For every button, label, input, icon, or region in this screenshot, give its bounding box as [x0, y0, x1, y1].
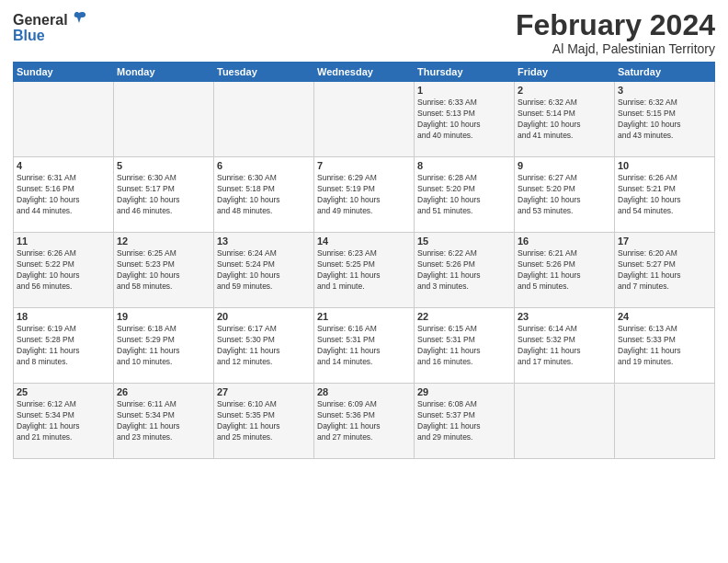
calendar-week-3: 11Sunrise: 6:26 AM Sunset: 5:22 PM Dayli…	[14, 233, 715, 308]
calendar-cell: 5Sunrise: 6:30 AM Sunset: 5:17 PM Daylig…	[114, 157, 214, 233]
calendar-cell: 4Sunrise: 6:31 AM Sunset: 5:16 PM Daylig…	[14, 157, 114, 233]
calendar-cell	[515, 384, 615, 459]
calendar-cell: 7Sunrise: 6:29 AM Sunset: 5:19 PM Daylig…	[314, 157, 415, 233]
day-info: Sunrise: 6:32 AM Sunset: 5:14 PM Dayligh…	[518, 98, 611, 142]
day-info: Sunrise: 6:26 AM Sunset: 5:22 PM Dayligh…	[17, 248, 110, 293]
day-number: 19	[117, 311, 210, 322]
day-number: 29	[417, 386, 511, 397]
calendar-cell: 29Sunrise: 6:08 AM Sunset: 5:37 PM Dayli…	[415, 384, 515, 459]
day-number: 1	[417, 85, 511, 96]
header-cell-saturday: Saturday	[615, 63, 715, 82]
calendar-cell: 14Sunrise: 6:23 AM Sunset: 5:25 PM Dayli…	[314, 233, 415, 308]
day-number: 27	[217, 386, 311, 397]
day-info: Sunrise: 6:08 AM Sunset: 5:37 PM Dayligh…	[417, 399, 511, 443]
day-number: 5	[117, 160, 210, 171]
day-number: 12	[117, 236, 210, 247]
calendar-cell: 25Sunrise: 6:12 AM Sunset: 5:34 PM Dayli…	[14, 384, 114, 459]
day-number: 2	[518, 85, 611, 96]
day-info: Sunrise: 6:10 AM Sunset: 5:35 PM Dayligh…	[217, 399, 311, 443]
day-info: Sunrise: 6:20 AM Sunset: 5:27 PM Dayligh…	[618, 248, 711, 293]
header-cell-friday: Friday	[515, 63, 615, 82]
header-cell-thursday: Thursday	[415, 63, 515, 82]
logo-blue: Blue	[13, 28, 45, 44]
month-year-title: February 2024	[516, 9, 715, 41]
day-number: 28	[317, 386, 411, 397]
calendar-cell	[615, 384, 715, 459]
day-info: Sunrise: 6:30 AM Sunset: 5:18 PM Dayligh…	[217, 173, 311, 217]
day-number: 9	[518, 160, 611, 171]
calendar-cell: 2Sunrise: 6:32 AM Sunset: 5:14 PM Daylig…	[515, 82, 615, 157]
day-number: 4	[17, 160, 110, 171]
day-number: 8	[417, 160, 511, 171]
calendar-cell: 10Sunrise: 6:26 AM Sunset: 5:21 PM Dayli…	[615, 157, 715, 233]
day-number: 15	[417, 236, 511, 247]
calendar-cell: 1Sunrise: 6:33 AM Sunset: 5:13 PM Daylig…	[415, 82, 515, 157]
calendar-cell	[114, 82, 214, 157]
day-info: Sunrise: 6:15 AM Sunset: 5:31 PM Dayligh…	[417, 324, 511, 368]
day-info: Sunrise: 6:23 AM Sunset: 5:25 PM Dayligh…	[317, 248, 411, 293]
calendar-cell: 27Sunrise: 6:10 AM Sunset: 5:35 PM Dayli…	[214, 384, 314, 459]
day-number: 7	[317, 160, 411, 171]
day-info: Sunrise: 6:24 AM Sunset: 5:24 PM Dayligh…	[217, 248, 311, 293]
day-number: 22	[417, 311, 511, 322]
day-number: 10	[618, 160, 711, 171]
day-number: 13	[217, 236, 311, 247]
header-cell-wednesday: Wednesday	[314, 63, 415, 82]
day-info: Sunrise: 6:27 AM Sunset: 5:20 PM Dayligh…	[518, 173, 611, 217]
calendar-cell: 12Sunrise: 6:25 AM Sunset: 5:23 PM Dayli…	[114, 233, 214, 308]
logo-bird-icon	[70, 9, 88, 31]
day-number: 21	[317, 311, 411, 322]
calendar-cell: 28Sunrise: 6:09 AM Sunset: 5:36 PM Dayli…	[314, 384, 415, 459]
day-number: 18	[17, 311, 110, 322]
calendar-cell: 20Sunrise: 6:17 AM Sunset: 5:30 PM Dayli…	[214, 308, 314, 384]
day-info: Sunrise: 6:33 AM Sunset: 5:13 PM Dayligh…	[417, 98, 511, 142]
calendar-cell: 9Sunrise: 6:27 AM Sunset: 5:20 PM Daylig…	[515, 157, 615, 233]
day-info: Sunrise: 6:21 AM Sunset: 5:26 PM Dayligh…	[518, 248, 611, 293]
day-info: Sunrise: 6:25 AM Sunset: 5:23 PM Dayligh…	[117, 248, 210, 293]
day-info: Sunrise: 6:28 AM Sunset: 5:20 PM Dayligh…	[417, 173, 511, 217]
day-info: Sunrise: 6:32 AM Sunset: 5:15 PM Dayligh…	[618, 98, 711, 142]
day-number: 17	[618, 236, 711, 247]
calendar-cell: 22Sunrise: 6:15 AM Sunset: 5:31 PM Dayli…	[415, 308, 515, 384]
day-info: Sunrise: 6:14 AM Sunset: 5:32 PM Dayligh…	[518, 324, 611, 368]
calendar-cell: 21Sunrise: 6:16 AM Sunset: 5:31 PM Dayli…	[314, 308, 415, 384]
day-number: 24	[618, 311, 711, 322]
calendar-week-2: 4Sunrise: 6:31 AM Sunset: 5:16 PM Daylig…	[14, 157, 715, 233]
day-number: 26	[117, 386, 210, 397]
calendar-cell: 19Sunrise: 6:18 AM Sunset: 5:29 PM Dayli…	[114, 308, 214, 384]
calendar-cell: 24Sunrise: 6:13 AM Sunset: 5:33 PM Dayli…	[615, 308, 715, 384]
day-number: 20	[217, 311, 311, 322]
day-info: Sunrise: 6:11 AM Sunset: 5:34 PM Dayligh…	[117, 399, 210, 443]
day-number: 14	[317, 236, 411, 247]
calendar-table: SundayMondayTuesdayWednesdayThursdayFrid…	[13, 62, 715, 459]
calendar-cell: 17Sunrise: 6:20 AM Sunset: 5:27 PM Dayli…	[615, 233, 715, 308]
day-info: Sunrise: 6:26 AM Sunset: 5:21 PM Dayligh…	[618, 173, 711, 217]
day-number: 11	[17, 236, 110, 247]
calendar-cell: 3Sunrise: 6:32 AM Sunset: 5:15 PM Daylig…	[615, 82, 715, 157]
day-info: Sunrise: 6:29 AM Sunset: 5:19 PM Dayligh…	[317, 173, 411, 217]
day-info: Sunrise: 6:19 AM Sunset: 5:28 PM Dayligh…	[17, 324, 110, 368]
day-info: Sunrise: 6:31 AM Sunset: 5:16 PM Dayligh…	[17, 173, 110, 217]
day-info: Sunrise: 6:12 AM Sunset: 5:34 PM Dayligh…	[17, 399, 110, 443]
title-area: February 2024 Al Majd, Palestinian Terri…	[516, 9, 715, 56]
calendar-cell	[14, 82, 114, 157]
calendar-cell: 18Sunrise: 6:19 AM Sunset: 5:28 PM Dayli…	[14, 308, 114, 384]
calendar-header-row: SundayMondayTuesdayWednesdayThursdayFrid…	[14, 63, 715, 82]
location-label: Al Majd, Palestinian Territory	[516, 41, 715, 56]
calendar-cell: 6Sunrise: 6:30 AM Sunset: 5:18 PM Daylig…	[214, 157, 314, 233]
calendar-cell	[314, 82, 415, 157]
day-number: 16	[518, 236, 611, 247]
day-number: 3	[618, 85, 711, 96]
day-number: 6	[217, 160, 311, 171]
day-info: Sunrise: 6:18 AM Sunset: 5:29 PM Dayligh…	[117, 324, 210, 368]
calendar-cell	[214, 82, 314, 157]
day-info: Sunrise: 6:16 AM Sunset: 5:31 PM Dayligh…	[317, 324, 411, 368]
calendar-cell: 11Sunrise: 6:26 AM Sunset: 5:22 PM Dayli…	[14, 233, 114, 308]
calendar-week-1: 1Sunrise: 6:33 AM Sunset: 5:13 PM Daylig…	[14, 82, 715, 157]
logo: General Blue	[13, 9, 88, 44]
day-info: Sunrise: 6:17 AM Sunset: 5:30 PM Dayligh…	[217, 324, 311, 368]
calendar-cell: 13Sunrise: 6:24 AM Sunset: 5:24 PM Dayli…	[214, 233, 314, 308]
logo-general: General	[13, 12, 68, 29]
calendar-week-4: 18Sunrise: 6:19 AM Sunset: 5:28 PM Dayli…	[14, 308, 715, 384]
calendar-page: General Blue February 2024 Al Majd, Pale…	[0, 0, 728, 563]
